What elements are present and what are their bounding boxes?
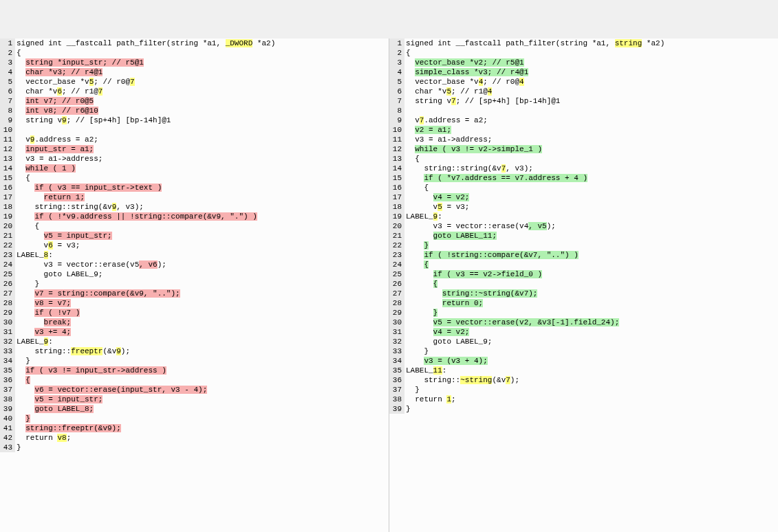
code-line[interactable]: if ( !v7 )	[15, 308, 389, 318]
code-line[interactable]: input_str = a1;	[15, 144, 389, 154]
left-row[interactable]: 35 if ( v3 != input_str->address )	[0, 366, 389, 375]
code-line[interactable]: string::string(&v9, v3);	[15, 202, 389, 212]
code-line[interactable]: vector_base *v2; // r5@1	[404, 58, 778, 67]
left-row[interactable]: 27 v7 = string::compare(&v9, "..");	[0, 289, 389, 298]
code-line[interactable]: string v7; // [sp+4h] [bp-14h]@1	[404, 96, 778, 106]
code-line[interactable]: string *input_str; // r5@1	[15, 58, 389, 67]
code-line[interactable]: string::freeptr(&v9);	[15, 423, 389, 433]
code-line[interactable]: if ( !*v9.address || !string::compare(&v…	[15, 212, 389, 221]
left-pane[interactable]: 1signed int __fastcall path_filter(strin…	[0, 38, 389, 532]
code-line[interactable]: v5 = input_str;	[15, 231, 389, 241]
code-line[interactable]: {	[404, 279, 778, 289]
left-row[interactable]: 4 char *v3; // r4@1	[0, 67, 389, 77]
right-pane[interactable]: 1signed int __fastcall path_filter(strin…	[389, 38, 778, 532]
left-row[interactable]: 25 goto LABEL_9;	[0, 269, 389, 279]
code-line[interactable]: goto LABEL_11;	[404, 231, 778, 241]
right-row[interactable]: 5 vector_base *v4; // r0@4	[389, 77, 778, 87]
code-line[interactable]: v4 = v2;	[404, 327, 778, 337]
left-row[interactable]: 28 v8 = v7;	[0, 298, 389, 308]
code-line[interactable]: v4 = v2;	[404, 192, 778, 202]
left-row[interactable]: 10	[0, 125, 389, 135]
code-line[interactable]: {	[15, 173, 389, 183]
right-row[interactable]: 32 goto LABEL_9;	[389, 337, 778, 346]
code-line[interactable]: goto LABEL_9;	[404, 337, 778, 346]
left-row[interactable]: 16 if ( v3 == input_str->text )	[0, 183, 389, 192]
left-row[interactable]: 31 v3 += 4;	[0, 327, 389, 337]
right-row[interactable]: 12 while ( v3 != v2->simple_1 )	[389, 144, 778, 154]
right-row[interactable]: 6 char *v5; // r1@4	[389, 87, 778, 96]
right-row[interactable]: 26 {	[389, 279, 778, 289]
left-row[interactable]: 11 v9.address = a2;	[0, 135, 389, 144]
right-row[interactable]: 27 string::~string(&v7);	[389, 289, 778, 298]
right-row[interactable]: 2{	[389, 48, 778, 58]
code-line[interactable]: LABEL_9:	[15, 337, 389, 346]
code-line[interactable]: if ( v3 == v2->field_0 )	[404, 269, 778, 279]
right-row[interactable]: 36 string::~string(&v7);	[389, 375, 778, 385]
code-line[interactable]: return 1;	[404, 395, 778, 404]
right-row[interactable]: 3 vector_base *v2; // r5@1	[389, 58, 778, 67]
code-line[interactable]: vector_base *v4; // r0@4	[404, 77, 778, 87]
code-line[interactable]: while ( 1 )	[15, 164, 389, 173]
code-line[interactable]: }	[404, 404, 778, 414]
left-row[interactable]: 17 return 1;	[0, 192, 389, 202]
code-line[interactable]: v7.address = a2;	[404, 115, 778, 125]
code-line[interactable]: }	[15, 443, 389, 452]
code-line[interactable]: if ( v3 == input_str->text )	[15, 183, 389, 192]
left-row[interactable]: 24 v3 = vector::erase(v5, v6);	[0, 260, 389, 269]
code-line[interactable]: v6 = v3;	[15, 241, 389, 250]
code-line[interactable]: v5 = input_str;	[15, 395, 389, 404]
left-row[interactable]: 36 {	[0, 375, 389, 385]
right-row[interactable]: 13 {	[389, 154, 778, 164]
right-row[interactable]: 30 v5 = vector::erase(v2, &v3[-1].field_…	[389, 318, 778, 327]
code-line[interactable]: v3 = (v3 + 4);	[404, 356, 778, 366]
left-row[interactable]: 30 break;	[0, 318, 389, 327]
right-row[interactable]: 39}	[389, 404, 778, 414]
left-row[interactable]: 26 }	[0, 279, 389, 289]
code-line[interactable]: v2 = a1;	[404, 125, 778, 135]
right-row[interactable]: 10 v2 = a1;	[389, 125, 778, 135]
left-row[interactable]: 22 v6 = v3;	[0, 241, 389, 250]
right-row[interactable]: 16 {	[389, 183, 778, 192]
left-row[interactable]: 32LABEL_9:	[0, 337, 389, 346]
right-row[interactable]: 24 {	[389, 260, 778, 269]
left-row[interactable]: 37 v6 = vector::erase(input_str, v3 - 4)…	[0, 385, 389, 395]
left-row[interactable]: 41 string::freeptr(&v9);	[0, 423, 389, 433]
right-row[interactable]: 31 v4 = v2;	[389, 327, 778, 337]
left-row[interactable]: 43}	[0, 443, 389, 452]
code-line[interactable]: }	[15, 279, 389, 289]
right-row[interactable]: 19LABEL_9:	[389, 212, 778, 221]
left-row[interactable]: 18 string::string(&v9, v3);	[0, 202, 389, 212]
left-row[interactable]: 21 v5 = input_str;	[0, 231, 389, 241]
code-line[interactable]: v5 = v3;	[404, 202, 778, 212]
code-line[interactable]: }	[404, 346, 778, 356]
left-row[interactable]: 2{	[0, 48, 389, 58]
right-row[interactable]: 22 }	[389, 241, 778, 250]
code-line[interactable]: {	[15, 48, 389, 58]
code-line[interactable]: simple_class *v3; // r4@1	[404, 67, 778, 77]
code-line[interactable]: if ( !string::compare(&v7, "..") )	[404, 250, 778, 260]
code-line[interactable]: string v9; // [sp+4h] [bp-14h]@1	[15, 115, 389, 125]
code-line[interactable]: char *v5; // r1@4	[404, 87, 778, 96]
right-row[interactable]: 25 if ( v3 == v2->field_0 )	[389, 269, 778, 279]
code-line[interactable]: v3 = vector::erase(v5, v6);	[15, 260, 389, 269]
right-row[interactable]: 38 return 1;	[389, 395, 778, 404]
left-row[interactable]: 34 }	[0, 356, 389, 366]
code-line[interactable]: {	[404, 154, 778, 164]
right-row[interactable]: 18 v5 = v3;	[389, 202, 778, 212]
code-line[interactable]: char *v6; // r1@7	[15, 87, 389, 96]
left-row[interactable]: 29 if ( !v7 )	[0, 308, 389, 318]
code-line[interactable]: {	[15, 221, 389, 231]
code-line[interactable]: if ( *v7.address == v7.address + 4 )	[404, 173, 778, 183]
left-row[interactable]: 14 while ( 1 )	[0, 164, 389, 173]
left-row[interactable]: 1signed int __fastcall path_filter(strin…	[0, 38, 389, 48]
code-line[interactable]: string::string(&v7, v3);	[404, 164, 778, 173]
code-line[interactable]: while ( v3 != v2->simple_1 )	[404, 144, 778, 154]
code-line[interactable]: break;	[15, 318, 389, 327]
code-line[interactable]: v6 = vector::erase(input_str, v3 - 4);	[15, 385, 389, 395]
code-line[interactable]: signed int __fastcall path_filter(string…	[404, 38, 778, 48]
code-line[interactable]: string::~string(&v7);	[404, 289, 778, 298]
code-line[interactable]: v7 = string::compare(&v9, "..");	[15, 289, 389, 298]
code-line[interactable]: v3 += 4;	[15, 327, 389, 337]
code-line[interactable]: LABEL_9:	[404, 212, 778, 221]
left-row[interactable]: 42 return v8;	[0, 433, 389, 443]
